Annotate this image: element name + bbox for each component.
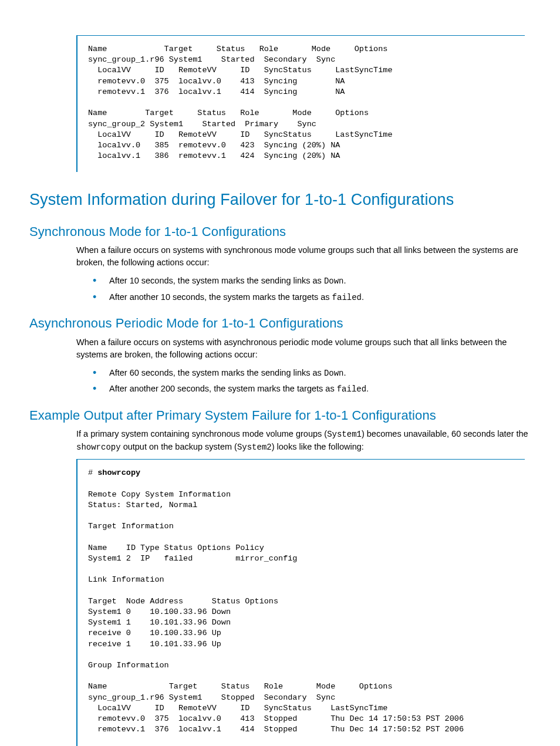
code-block-initial: Name Target Status Role Mode Options syn… bbox=[76, 35, 525, 172]
code-block-showrcopy: # showrcopy Remote Copy System Informati… bbox=[76, 459, 525, 745]
inline-code: System2 bbox=[237, 443, 272, 452]
paragraph-async-intro: When a failure occurs on systems with as… bbox=[76, 336, 531, 361]
inline-code: failed bbox=[337, 384, 366, 394]
heading-asynchronous-mode: Asynchronous Periodic Mode for 1-to-1 Co… bbox=[29, 314, 531, 333]
inline-code: Down bbox=[324, 276, 344, 286]
heading-synchronous-mode: Synchronous Mode for 1-to-1 Configuratio… bbox=[29, 222, 531, 241]
text: After 10 seconds, the system marks the s… bbox=[109, 276, 324, 285]
list-item: After another 10 seconds, the system mar… bbox=[93, 291, 527, 303]
inline-code: showrcopy bbox=[76, 443, 121, 452]
text: After another 200 seconds, the system ma… bbox=[109, 384, 337, 393]
paragraph-sync-intro: When a failure occurs on systems with sy… bbox=[76, 244, 531, 269]
output: Remote Copy System Information Status: S… bbox=[88, 490, 464, 734]
text: ) becomes unavailable, 60 seconds later … bbox=[362, 429, 528, 438]
text: ) looks like the following: bbox=[272, 442, 364, 451]
inline-code: System1 bbox=[327, 430, 362, 439]
text: After 60 seconds, the system marks the s… bbox=[109, 368, 324, 377]
paragraph-example: If a primary system containing synchrono… bbox=[76, 428, 531, 453]
prompt: # bbox=[88, 468, 97, 477]
list-async: After 60 seconds, the system marks the s… bbox=[93, 367, 527, 396]
text: output on the backup system ( bbox=[121, 442, 237, 451]
text: . bbox=[344, 276, 346, 285]
text: . bbox=[344, 368, 346, 377]
inline-code: failed bbox=[332, 293, 362, 302]
list-sync: After 10 seconds, the system marks the s… bbox=[93, 275, 527, 303]
list-item: After 60 seconds, the system marks the s… bbox=[93, 367, 527, 379]
heading-example-output: Example Output after Primary System Fail… bbox=[29, 406, 531, 425]
list-item: After another 200 seconds, the system ma… bbox=[93, 383, 527, 395]
inline-code: Down bbox=[324, 369, 344, 378]
list-item: After 10 seconds, the system marks the s… bbox=[93, 275, 527, 287]
command: showrcopy bbox=[97, 468, 140, 477]
text: . bbox=[362, 292, 364, 302]
text: If a primary system containing synchrono… bbox=[76, 429, 327, 438]
text: . bbox=[366, 384, 369, 393]
text: After another 10 seconds, the system mar… bbox=[109, 292, 332, 302]
heading-system-info-failover: System Information during Failover for 1… bbox=[29, 188, 531, 211]
